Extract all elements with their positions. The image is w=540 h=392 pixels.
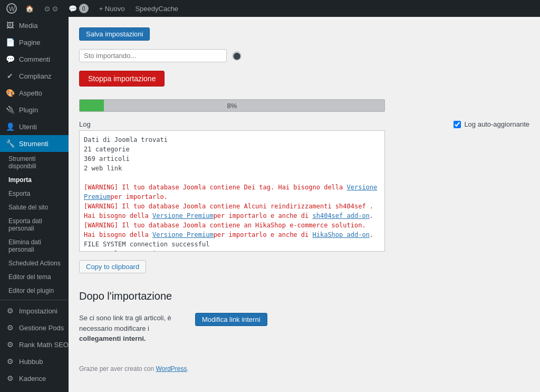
log-warning-3-link1[interactable]: Versione Premium: [152, 231, 214, 238]
log-line-3: 369 articoli: [84, 154, 380, 164]
sidebar-item-strumenti[interactable]: 🔧 Strumenti: [0, 135, 69, 152]
sidebar-item-complianz-label: Complianz: [19, 72, 51, 80]
sidebar-item-pagine-label: Pagine: [19, 39, 40, 46]
submenu-esporta-dati-personali[interactable]: Esporta dati personali: [0, 214, 69, 235]
log-spacer: [84, 173, 380, 183]
log-warning-3: [WARNING] Il tuo database Joomla contien…: [84, 221, 380, 240]
sidebar-item-impostazioni[interactable]: ⚙ Impostazioni: [0, 302, 69, 319]
sidebar-item-plugin[interactable]: 🔌 Plugin: [0, 101, 69, 118]
progress-bar-outer: 8%: [79, 99, 385, 112]
sidebar-item-plugin-label: Plugin: [19, 106, 38, 114]
sidebar-item-aspetto[interactable]: 🎨 Aspetto: [0, 84, 69, 101]
after-import-title: Dopo l'importazione: [79, 290, 529, 302]
log-warning-2-link2[interactable]: sh404sef add-on: [312, 212, 369, 219]
sidebar-item-kadence[interactable]: ⚙ Kadence: [0, 370, 69, 387]
sidebar-item-pagine[interactable]: 📄 Pagine: [0, 34, 69, 51]
log-warning-1-link[interactable]: Versione Premium: [84, 184, 377, 200]
submenu-editor-del-plugin[interactable]: Editor del plugin: [0, 284, 69, 298]
sidebar-item-aspetto-label: Aspetto: [19, 89, 42, 97]
adminbar-home[interactable]: 🏠: [21, 0, 38, 17]
stop-import-button[interactable]: Stoppa importazione: [79, 71, 165, 87]
gestione-pods-icon: ⚙: [5, 323, 15, 332]
sidebar-item-rank-math-seo[interactable]: ⚙ Rank Math SEO: [0, 336, 69, 353]
save-button[interactable]: Salva impostazioni: [79, 27, 150, 41]
content-wrap: Salva impostazioni ⬤ Stoppa importazione…: [79, 27, 529, 372]
sidebar-item-gestione-pods[interactable]: ⚙ Gestione Pods: [0, 319, 69, 336]
sidebar-item-hubbub[interactable]: ⚙ Hubbub: [0, 353, 69, 370]
log-line-4: 2 web link: [84, 164, 380, 173]
link-fix-button[interactable]: Modifica link interni: [195, 313, 267, 326]
complianz-icon: ✔: [5, 72, 15, 80]
sidebar-item-complianz[interactable]: ✔ Complianz: [0, 68, 69, 84]
sidebar-item-media[interactable]: 🖼 Media: [0, 17, 69, 34]
log-warning-2-link1[interactable]: Versione Premium: [152, 212, 214, 219]
utenti-icon: 👤: [5, 122, 15, 131]
sidebar-item-strumenti-label: Strumenti: [19, 140, 49, 148]
spinner-icon: ⬤: [232, 51, 242, 61]
main-content: Salva impostazioni ⬤ Stoppa importazione…: [69, 17, 540, 392]
after-import-section: Dopo l'importazione Se ci sono link tra …: [79, 290, 529, 344]
adminbar-comments[interactable]: 💬 0: [64, 4, 93, 13]
plugin-icon: 🔌: [5, 106, 15, 114]
log-line-2: 21 categorie: [84, 145, 380, 154]
media-icon: 🖼: [5, 21, 15, 30]
wp-logo[interactable]: W: [4, 1, 19, 16]
adminbar-site[interactable]: ⊙ ⊙: [40, 0, 62, 17]
admin-bar: W 🏠 ⊙ ⊙ 💬 0 + Nuovo SpeedyCache: [0, 0, 540, 17]
sidebar-item-media-label: Media: [19, 22, 37, 30]
stop-row: Stoppa importazione: [79, 71, 529, 87]
svg-text:W: W: [9, 5, 15, 13]
log-line-5: FILE SYSTEM connection successful: [84, 240, 380, 249]
kadence-icon: ⚙: [5, 374, 15, 383]
submenu-esporta[interactable]: Esporta: [0, 187, 69, 200]
log-header: Log Log auto-aggiornante: [79, 120, 529, 128]
submenu-salute-del-sito[interactable]: Salute del sito: [0, 200, 69, 214]
progress-section: 8%: [79, 99, 529, 112]
footer-link[interactable]: WordPress: [156, 365, 187, 372]
strumenti-submenu: Strumenti disponibili Importa Esporta Sa…: [0, 152, 69, 298]
import-input[interactable]: [79, 49, 227, 62]
sidebar-item-impostazioni-label: Impostazioni: [19, 307, 57, 315]
menu-divider-1: [0, 300, 69, 300]
sidebar-item-commenti-label: Commenti: [19, 55, 50, 63]
log-line-1: Dati di Joomla trovati: [84, 135, 380, 145]
sidebar-item-kadence-label: Kadence: [19, 375, 46, 383]
comment-count: 0: [79, 4, 89, 13]
footer-text: Grazie per aver creato con: [79, 365, 156, 372]
import-input-row: ⬤: [79, 49, 529, 62]
submenu-scheduled-actions[interactable]: Scheduled Actions: [0, 256, 69, 270]
submenu-strumenti-disponibili[interactable]: Strumenti disponibili: [0, 152, 69, 173]
log-auto-checkbox[interactable]: [454, 121, 461, 128]
log-auto-label: Log auto-aggiornante: [464, 120, 529, 128]
sidebar-item-forminator[interactable]: ⚙ Forminator: [0, 387, 69, 392]
adminbar-new[interactable]: + Nuovo: [95, 0, 129, 17]
aspetto-icon: 🎨: [5, 89, 15, 97]
sidebar-item-hubbub-label: Hubbub: [19, 358, 43, 366]
commenti-icon: 💬: [5, 55, 15, 63]
strumenti-icon: 🔧: [5, 139, 15, 148]
submenu-importa[interactable]: Importa: [0, 173, 69, 187]
submenu-elimina-dati-personali[interactable]: Elimina dati personali: [0, 235, 69, 256]
sidebar-item-utenti[interactable]: 👤 Utenti: [0, 118, 69, 135]
copy-row: Copy to clipboard: [79, 260, 529, 273]
link-fix-text: Se ci sono link tra gli articoli, è nece…: [79, 313, 185, 344]
adminbar-speedycache[interactable]: SpeedyCache: [131, 0, 182, 17]
log-section: Log Log auto-aggiornante Dati di Joomla …: [79, 120, 529, 252]
pagine-icon: 📄: [5, 38, 15, 46]
progress-label: 8%: [227, 102, 237, 110]
wp-footer: Grazie per aver creato con WordPress.: [79, 360, 529, 372]
log-auto-row: Log auto-aggiornante: [454, 120, 529, 128]
submenu-editor-del-tema[interactable]: Editor del tema: [0, 270, 69, 284]
copy-to-clipboard-button[interactable]: Copy to clipboard: [79, 260, 146, 273]
link-fix-row: Se ci sono link tra gli articoli, è nece…: [79, 313, 529, 344]
log-line-6: Importo le categorie...: [84, 249, 380, 252]
log-box[interactable]: Dati di Joomla trovati 21 categorie 369 …: [79, 130, 385, 252]
sidebar-item-commenti[interactable]: 💬 Commenti: [0, 51, 69, 68]
impostazioni-icon: ⚙: [5, 307, 15, 315]
log-warning-1: [WARNING] Il tuo database Joomla contien…: [84, 183, 380, 202]
log-label: Log: [79, 120, 91, 128]
hubbub-icon: ⚙: [5, 357, 15, 366]
sidebar-item-gestione-pods-label: Gestione Pods: [19, 324, 64, 332]
log-warning-3-link2[interactable]: HikaShop add-on: [312, 231, 369, 238]
rank-math-icon: ⚙: [5, 340, 15, 349]
